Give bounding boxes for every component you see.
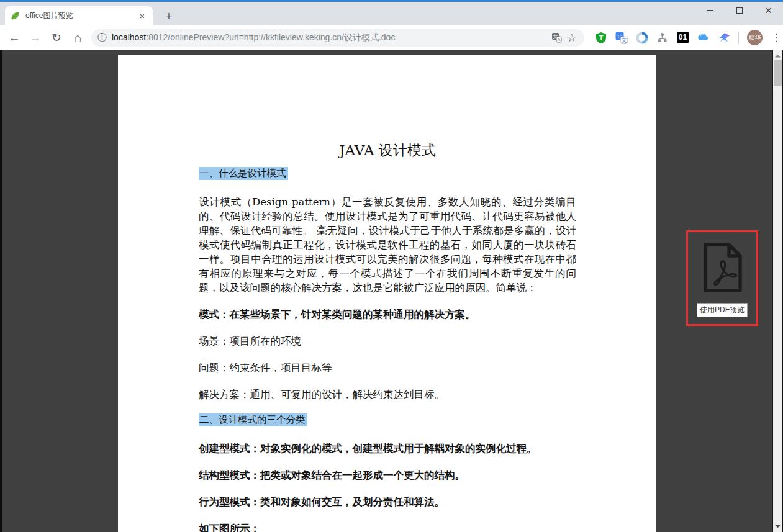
document-preview-page: JAVA 设计模式 一、什么是设计模式 设计模式（Design pattern）… (118, 55, 656, 532)
translate-extension-icon[interactable]: G 文 (615, 31, 628, 44)
new-tab-button[interactable]: + (160, 7, 178, 25)
address-bar[interactable]: ⓘ localhost:8012/onlinePreview?url=http:… (91, 29, 584, 47)
browser-tab[interactable]: office图片预览 × (5, 6, 153, 25)
page-content-area: JAVA 设计模式 一、什么是设计模式 设计模式（Design pattern）… (0, 50, 783, 532)
document-line-creational: 创建型模式：对象实例化的模式，创建型模式用于解耦对象的实例化过程。 (199, 441, 576, 456)
document-line-behavioral: 行为型模式：类和对象如何交互，及划分责任和算法。 (199, 495, 576, 509)
tab-strip: office图片预览 × + × (0, 2, 783, 25)
translate-page-icon[interactable]: 文 A (551, 32, 562, 43)
scroll-down-icon[interactable] (773, 522, 782, 531)
document-line-pattern: 模式：在某些场景下，针对某类问题的某种通用的解决方案。 (199, 307, 576, 322)
refresh-button[interactable]: ↻ (48, 29, 65, 47)
toolbar-divider (738, 32, 739, 44)
url-domain: localhost (112, 32, 146, 42)
pdf-preview-button[interactable]: 使用PDF预览 (686, 230, 758, 326)
proxy-sitemap-extension-icon[interactable] (656, 31, 669, 44)
window-controls: × (695, 0, 783, 20)
pdf-preview-label: 使用PDF预览 (697, 303, 748, 317)
extensions-area: T G 文 (591, 30, 783, 45)
profile-avatar[interactable]: 精华 (747, 30, 763, 45)
browser-window: office图片预览 × + × ← → ↻ ⌂ ⓘ localhost:801… (0, 0, 783, 532)
close-button[interactable]: × (754, 0, 783, 20)
url-path: :8012/onlinePreview?url=http://kkfilevie… (146, 32, 395, 42)
scroll-up-icon[interactable] (773, 52, 782, 60)
svg-text:文: 文 (621, 37, 627, 43)
document-heading-1: 一、什么是设计模式 (199, 168, 576, 179)
browser-toolbar: ← → ↻ ⌂ ⓘ localhost:8012/onlinePreview?u… (0, 25, 783, 50)
svg-text:A: A (558, 37, 561, 42)
browser-menu-icon[interactable]: ⋮ (771, 31, 782, 44)
01-extension-icon[interactable]: 01 (676, 31, 689, 44)
document-line-problem: 问题：约束条件，项目目标等 (199, 361, 576, 375)
url-text[interactable]: localhost:8012/onlinePreview?url=http://… (112, 32, 549, 43)
content-left-edge (0, 50, 2, 532)
document-heading-2: 二、设计模式的三个分类 (199, 414, 576, 426)
minimize-icon (707, 10, 713, 11)
tab-title: office图片预览 (25, 11, 137, 21)
bird-extension-icon[interactable] (717, 31, 730, 44)
home-button[interactable]: ⌂ (69, 29, 86, 47)
page-info-icon[interactable]: ⓘ (97, 32, 107, 43)
01-badge: 01 (677, 32, 689, 43)
document-line-figure: 如下图所示： (199, 521, 576, 532)
minimize-button[interactable] (695, 0, 725, 20)
document-line-solution: 解决方案：通用、可复用的设计，解决约束达到目标。 (199, 387, 576, 402)
spring-leaf-favicon (10, 11, 20, 21)
cloud-extension-icon[interactable] (697, 31, 710, 44)
document-title: JAVA 设计模式 (199, 140, 576, 160)
bookmark-star-icon[interactable]: ☆ (567, 31, 577, 45)
close-icon: × (765, 4, 772, 16)
maximize-button[interactable] (725, 0, 754, 20)
scrollbar-thumb[interactable] (774, 60, 782, 86)
download-manager-extension-icon[interactable] (635, 31, 648, 44)
forward-button[interactable]: → (27, 29, 44, 47)
pdf-file-icon (700, 242, 744, 293)
document-paragraph-intro: 设计模式（Design pattern）是一套被反复使用、多数人知晓的、经过分类… (199, 195, 576, 295)
document-line-scene: 场景：项目所在的环境 (199, 334, 576, 348)
svg-text:T: T (599, 34, 603, 42)
tampermonkey-extension-icon[interactable]: T (594, 31, 607, 44)
document-line-structural: 结构型模式：把类或对象结合在一起形成一个更大的结构。 (199, 468, 576, 482)
vertical-scrollbar[interactable] (772, 50, 783, 532)
back-button[interactable]: ← (6, 29, 23, 47)
tab-close-icon[interactable]: × (137, 10, 148, 21)
maximize-icon (736, 7, 743, 14)
